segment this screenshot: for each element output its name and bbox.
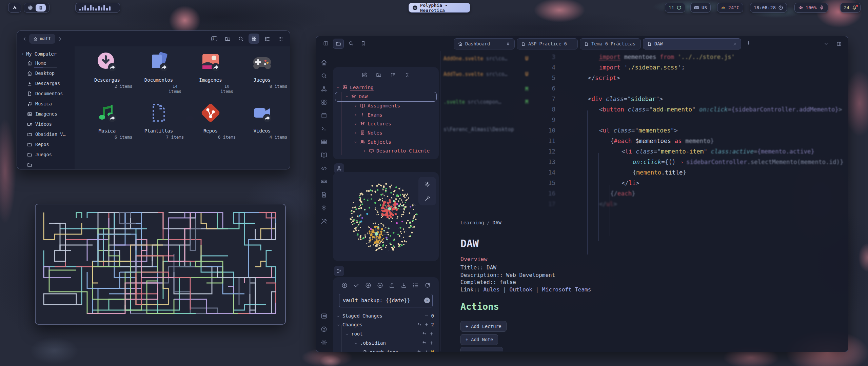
ribbon-gamepad[interactable] bbox=[316, 175, 332, 188]
sidebar-item-Videos[interactable]: Videos bbox=[17, 119, 75, 129]
tree-item-Exams[interactable]: Exams bbox=[333, 110, 439, 119]
folder-item[interactable]: Plantillas7 items bbox=[133, 102, 184, 140]
collapse-button[interactable] bbox=[405, 71, 410, 78]
sidebar-item-Obsidian V…[interactable]: Obsidian V… bbox=[17, 129, 75, 139]
ribbon-vault[interactable] bbox=[316, 309, 332, 323]
ribbon-tableI[interactable] bbox=[316, 135, 332, 148]
note-breadcrumb[interactable]: Learning/DAW bbox=[460, 220, 501, 225]
breadcrumb[interactable]: matt bbox=[29, 34, 55, 44]
forward-button[interactable] bbox=[57, 36, 63, 42]
sort-button[interactable] bbox=[390, 71, 396, 78]
git-uploadT-button[interactable] bbox=[389, 282, 395, 288]
git-plusCircle-button[interactable] bbox=[365, 282, 371, 288]
folder-item[interactable]: Musica6 items bbox=[82, 102, 133, 140]
terminal-button[interactable]: $_ bbox=[209, 34, 220, 44]
sidebar-item-Home[interactable]: Home bbox=[17, 58, 75, 68]
folder-item[interactable]: Descargas2 items bbox=[82, 51, 133, 89]
ribbon-terminal[interactable] bbox=[316, 122, 332, 135]
tree-item-Lectures[interactable]: Lectures bbox=[333, 119, 439, 128]
tab-ASP Practice 6[interactable]: ASP Practice 6 bbox=[517, 38, 578, 49]
dotsGrid-button[interactable] bbox=[275, 34, 286, 44]
git-minusCircle-button[interactable] bbox=[377, 282, 383, 288]
sidebar-root[interactable]: ▾My Computer bbox=[17, 51, 75, 58]
note-link[interactable]: Outlook bbox=[510, 286, 532, 293]
gridView-button[interactable] bbox=[249, 34, 259, 44]
bookmark-button[interactable] bbox=[358, 39, 368, 48]
status-keyboard-layout[interactable]: US bbox=[690, 3, 711, 13]
commit-message-input[interactable] bbox=[339, 294, 433, 307]
panelR-button[interactable] bbox=[834, 39, 844, 48]
ribbon-home[interactable] bbox=[316, 56, 332, 69]
ribbon-bookO[interactable] bbox=[316, 148, 332, 162]
status-weather[interactable]: 24°C bbox=[717, 3, 743, 13]
sidebar-item-Descargas[interactable]: Descargas bbox=[17, 78, 75, 88]
ribbon-graph[interactable] bbox=[316, 82, 332, 96]
close-tab-button[interactable] bbox=[733, 41, 737, 46]
tree-item-Subjects[interactable]: Subjects bbox=[333, 137, 439, 146]
git-upCircle-button[interactable] bbox=[341, 282, 348, 288]
folder-item[interactable]: Imagenes10 items bbox=[185, 51, 236, 94]
git-listUl-button[interactable] bbox=[413, 282, 419, 288]
edit-button[interactable] bbox=[362, 71, 367, 78]
sidebar-item-Imagenes[interactable]: Imagenes bbox=[17, 109, 75, 119]
ribbon-fileSearch[interactable] bbox=[316, 188, 332, 201]
git-check-button[interactable] bbox=[353, 282, 359, 288]
tree-item-DAW[interactable]: DAW bbox=[333, 92, 439, 101]
listView-button[interactable] bbox=[262, 34, 273, 44]
git-downloadT-button[interactable] bbox=[401, 282, 407, 288]
graph-gear-button[interactable] bbox=[418, 177, 436, 191]
sidebar-item-Repos[interactable]: Repos bbox=[17, 139, 75, 149]
note-link[interactable]: Aules bbox=[483, 286, 499, 293]
status-notifications[interactable]: 24 bbox=[840, 3, 861, 13]
searchI-button[interactable] bbox=[346, 39, 356, 48]
git-row-Changes[interactable]: Changes2 bbox=[333, 320, 439, 329]
ribbon-gear[interactable] bbox=[316, 336, 332, 349]
action-button-clipped[interactable] bbox=[460, 347, 503, 351]
music-pill[interactable]: Polyphia - Neurotica bbox=[409, 3, 470, 13]
graph-wand-button[interactable] bbox=[418, 191, 436, 205]
sidebar-item-Desktop[interactable]: Desktop bbox=[17, 68, 75, 78]
tree-item-Learning[interactable]: Learning bbox=[333, 83, 439, 92]
back-button[interactable] bbox=[22, 36, 27, 42]
status-clock[interactable]: 18:08:28 bbox=[750, 3, 787, 13]
action-button[interactable]: + Add Lecture bbox=[460, 321, 507, 332]
git-refresh-button[interactable] bbox=[425, 282, 431, 288]
folder-item[interactable]: Videos4 items bbox=[237, 102, 288, 140]
folder-item[interactable]: Juegos8 items bbox=[237, 51, 288, 89]
tree-item-Desarrollo-Cliente[interactable]: Desarrollo-Cliente bbox=[333, 146, 439, 155]
tab-Tema 6 Prácticas -…[interactable]: Tema 6 Prácticas -… bbox=[580, 38, 641, 49]
note-link[interactable]: Microsoft Teams bbox=[542, 286, 591, 293]
sidebar-item-Juegos[interactable]: Juegos bbox=[17, 149, 75, 160]
git-row-Staged Changes[interactable]: Staged Changes0 bbox=[333, 311, 439, 320]
breadcrumb-part[interactable]: Learning bbox=[460, 220, 484, 225]
git-row-root[interactable]: root bbox=[333, 329, 439, 338]
breadcrumb-part[interactable]: DAW bbox=[493, 220, 501, 225]
tab-DAW[interactable]: DAW bbox=[643, 38, 741, 49]
ribbon-layout[interactable] bbox=[316, 96, 332, 109]
sidebar-item-Documentos[interactable]: Documentos bbox=[17, 88, 75, 99]
status-audio[interactable]: 100% bbox=[794, 3, 828, 13]
ribbon-calendar[interactable] bbox=[316, 109, 332, 122]
git-tab[interactable] bbox=[334, 266, 344, 276]
tree-item-Notes[interactable]: Notes bbox=[333, 128, 439, 137]
searchI-button[interactable] bbox=[235, 34, 246, 44]
action-button[interactable]: + Add Note bbox=[460, 334, 498, 345]
folderPlus-button[interactable] bbox=[376, 71, 381, 78]
ribbon-help[interactable] bbox=[316, 323, 332, 336]
app-obsidian[interactable] bbox=[36, 4, 46, 12]
folder-item[interactable]: Repos6 items bbox=[185, 102, 236, 140]
folderPlus-button[interactable] bbox=[222, 34, 233, 44]
git-row-graph.json[interactable]: graph.jsonM bbox=[333, 348, 439, 352]
git-row-.obsidian[interactable]: .obsidian bbox=[333, 339, 439, 347]
folder-button[interactable] bbox=[333, 39, 344, 49]
sidebar-item-clipped[interactable] bbox=[17, 160, 75, 169]
new-tab-button[interactable] bbox=[743, 38, 753, 48]
chevD-button[interactable] bbox=[821, 39, 831, 48]
ribbon-codePct[interactable] bbox=[316, 162, 332, 175]
ribbon-searchI[interactable] bbox=[316, 69, 332, 82]
tab-Dashboard[interactable]: Dashboard bbox=[454, 38, 515, 49]
sidebar-item-Musica[interactable]: Musica bbox=[17, 99, 75, 109]
status-updates[interactable]: 11 bbox=[665, 3, 685, 13]
ribbon-dollar[interactable] bbox=[316, 201, 332, 215]
panelL-button[interactable] bbox=[321, 39, 331, 48]
